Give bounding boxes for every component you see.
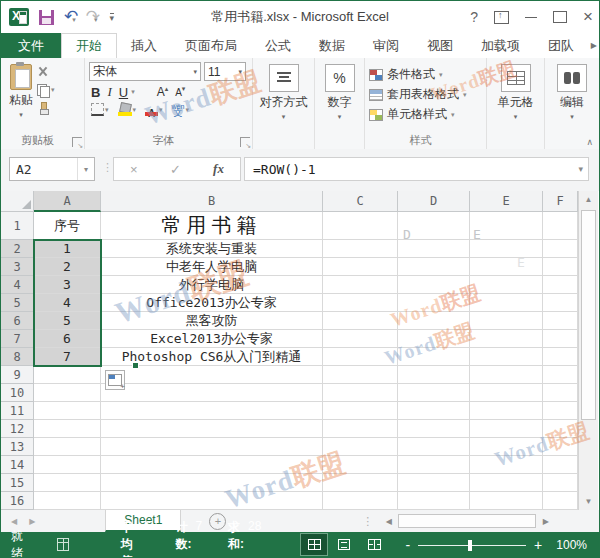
- cell-F7[interactable]: [543, 330, 578, 348]
- cell-C6[interactable]: [323, 312, 398, 330]
- number-button[interactable]: % 数字 ▾: [319, 62, 360, 123]
- expand-formula-bar-icon[interactable]: ▾: [578, 164, 588, 174]
- cell-B6[interactable]: 黑客攻防: [101, 312, 323, 330]
- view-page-break-button[interactable]: [361, 534, 387, 555]
- phonetic-dropdown-icon[interactable]: ▾: [185, 106, 189, 114]
- cells-button[interactable]: 单元格 ▾: [491, 62, 540, 123]
- row-header-10[interactable]: 10: [1, 384, 34, 402]
- grow-font-button[interactable]: A▴: [157, 85, 169, 99]
- tab-formulas[interactable]: 公式: [251, 33, 305, 58]
- cell-C11[interactable]: [323, 402, 398, 420]
- underline-button[interactable]: U: [119, 85, 128, 100]
- cell-D12[interactable]: [398, 420, 470, 438]
- enter-formula-icon[interactable]: ✓: [170, 162, 181, 177]
- cell-C9[interactable]: [323, 366, 398, 384]
- cell-D13[interactable]: [398, 438, 470, 456]
- cell-C7[interactable]: [323, 330, 398, 348]
- horizontal-scroll-thumb[interactable]: [398, 514, 536, 528]
- cell-E10[interactable]: [470, 384, 543, 402]
- copy-button[interactable]: ▾: [37, 83, 55, 97]
- cell-A16[interactable]: [34, 492, 101, 510]
- cell-E4[interactable]: [470, 276, 543, 294]
- font-name-dropdown-icon[interactable]: ▾: [189, 68, 197, 76]
- cut-button[interactable]: [37, 65, 55, 79]
- column-header-A[interactable]: A: [34, 191, 101, 212]
- cell-F16[interactable]: [543, 492, 578, 510]
- fill-color-dropdown-icon[interactable]: ▾: [133, 106, 137, 114]
- row-header-8[interactable]: 8: [1, 348, 34, 366]
- alignment-button[interactable]: 对齐方式 ▾: [257, 62, 310, 123]
- autofill-options-button[interactable]: [105, 370, 125, 390]
- cell-D15[interactable]: [398, 474, 470, 492]
- conditional-formatting-button[interactable]: 条件格式▾: [369, 66, 482, 83]
- cell-C3[interactable]: [323, 258, 398, 276]
- editing-button[interactable]: 编辑 ▾: [549, 62, 595, 123]
- cell-F14[interactable]: [543, 456, 578, 474]
- borders-button[interactable]: ▾: [91, 103, 109, 116]
- formula-input[interactable]: =ROW()-1 ▾: [244, 157, 589, 181]
- phonetic-guide-button[interactable]: wén文▾: [172, 104, 189, 116]
- cell-D3[interactable]: [398, 258, 470, 276]
- undo-button[interactable]: ↶▾: [64, 8, 76, 26]
- column-header-C[interactable]: C: [323, 191, 398, 212]
- column-header-D[interactable]: D: [398, 191, 470, 212]
- cell-F8[interactable]: [543, 348, 578, 366]
- font-size-dropdown-icon[interactable]: ▾: [234, 68, 242, 76]
- cell-B2[interactable]: 系统安装与重装: [101, 240, 323, 258]
- zoom-slider-thumb[interactable]: [468, 540, 472, 551]
- tab-file[interactable]: 文件: [1, 33, 61, 58]
- shrink-font-button[interactable]: A▾: [175, 85, 185, 99]
- paste-button[interactable]: 粘贴 ▾: [5, 62, 37, 121]
- cell-A6[interactable]: 5: [34, 312, 101, 330]
- cell-C14[interactable]: [323, 456, 398, 474]
- cell-D1[interactable]: [398, 212, 470, 240]
- cell-A12[interactable]: [34, 420, 101, 438]
- clipboard-dialog-launcher-icon[interactable]: [72, 137, 82, 147]
- cell-C16[interactable]: [323, 492, 398, 510]
- italic-button[interactable]: I: [107, 84, 111, 100]
- cell-B11[interactable]: [101, 402, 323, 420]
- alignment-dropdown-icon[interactable]: ▾: [282, 113, 286, 121]
- cell-D16[interactable]: [398, 492, 470, 510]
- cell-F2[interactable]: [543, 240, 578, 258]
- font-color-button[interactable]: A▾: [145, 103, 163, 116]
- cell-E11[interactable]: [470, 402, 543, 420]
- row-header-16[interactable]: 16: [1, 492, 34, 510]
- tab-home[interactable]: 开始: [61, 33, 117, 58]
- cell-A13[interactable]: [34, 438, 101, 456]
- cell-E13[interactable]: [470, 438, 543, 456]
- format-painter-button[interactable]: [37, 101, 55, 115]
- cell-B14[interactable]: [101, 456, 323, 474]
- cell-B5[interactable]: Office2013办公专家: [101, 294, 323, 312]
- cell-B15[interactable]: [101, 474, 323, 492]
- row-header-6[interactable]: 6: [1, 312, 34, 330]
- cell-E9[interactable]: [470, 366, 543, 384]
- cell-F10[interactable]: [543, 384, 578, 402]
- cell-B3[interactable]: 中老年人学电脑: [101, 258, 323, 276]
- cell-E1[interactable]: [470, 212, 543, 240]
- cell-F11[interactable]: [543, 402, 578, 420]
- bold-button[interactable]: B: [91, 85, 100, 100]
- minimize-icon[interactable]: [525, 17, 537, 18]
- redo-dropdown-icon[interactable]: ▾: [94, 16, 98, 23]
- cell-E3[interactable]: [470, 258, 543, 276]
- customize-qat-icon[interactable]: ▾: [110, 13, 115, 22]
- cell-F5[interactable]: [543, 294, 578, 312]
- cell-D4[interactable]: [398, 276, 470, 294]
- column-header-B[interactable]: B: [101, 191, 323, 212]
- cell-A1[interactable]: 序号: [34, 212, 101, 240]
- scroll-right-icon[interactable]: ▶: [538, 513, 553, 529]
- cell-D10[interactable]: [398, 384, 470, 402]
- cell-B12[interactable]: [101, 420, 323, 438]
- cell-E8[interactable]: [470, 348, 543, 366]
- tab-team[interactable]: 团队: [534, 33, 588, 58]
- macro-record-icon[interactable]: [57, 538, 69, 551]
- view-normal-button[interactable]: [301, 534, 327, 555]
- tab-data[interactable]: 数据: [305, 33, 359, 58]
- save-icon[interactable]: [39, 10, 54, 25]
- row-header-1[interactable]: 1: [1, 212, 34, 240]
- cell-E6[interactable]: [470, 312, 543, 330]
- sheet-prev-icon[interactable]: ◀: [11, 517, 17, 526]
- row-header-12[interactable]: 12: [1, 420, 34, 438]
- cell-B13[interactable]: [101, 438, 323, 456]
